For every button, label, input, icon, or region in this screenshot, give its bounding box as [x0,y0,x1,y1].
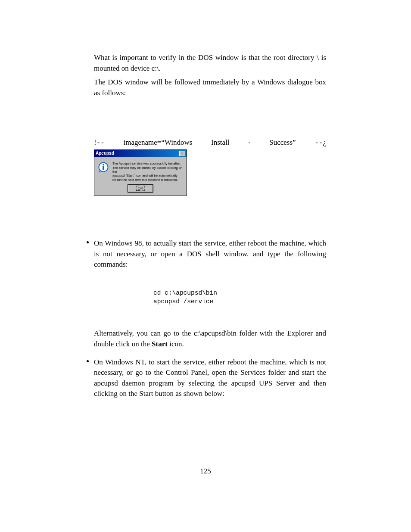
comment-success: Success” [269,137,296,148]
code-block: cd c:\apcupsd\bin apcupsd /service [153,289,326,306]
intro-paragraph-1-text: What is important to verify in the DOS w… [94,53,326,72]
comment-open: !-- [94,137,105,148]
dialog-body: The Apcupsd service was successfully ins… [94,157,187,184]
intro-paragraph-2: The DOS window will be followed immediat… [94,77,326,98]
ok-button[interactable]: OK [128,185,153,192]
info-icon [98,162,109,173]
bullet-1-text: On Windows 98, to actually start the ser… [94,239,326,268]
comment-dash: - [248,137,251,148]
list-item: On Windows 98, to actually start the ser… [78,238,326,349]
comment-install: Install [211,137,230,148]
start-bold: Start [152,340,168,348]
intro-paragraph-2-text: The DOS window will be followed immediat… [94,78,326,97]
svg-rect-2 [103,166,104,170]
bullet-icon [87,360,89,362]
close-icon[interactable]: × [179,151,185,156]
bullet-1-followup: Alternatively, you can go to the c:\apcu… [94,328,326,349]
image-name-comment: !-- imagename=“Windows Install - Success… [94,137,326,148]
bullet-2-text: On Windows NT, to start the service, eit… [94,358,326,398]
windows-dialog: Apcupsd × The Apcupsd service was succes… [94,149,187,196]
svg-point-1 [103,164,104,166]
page-body: What is important to verify in the DOS w… [78,53,326,404]
comment-imagename: imagename=“Windows [123,137,192,148]
dialog-titlebar: Apcupsd × [94,150,187,158]
bullet-icon [87,241,89,243]
dialog-message: The Apcupsd service was successfully ins… [112,162,183,182]
dialog-title: Apcupsd [96,150,114,157]
bullet-list: On Windows 98, to actually start the ser… [78,238,326,399]
intro-paragraph-1: What is important to verify in the DOS w… [94,53,326,74]
comment-close: --¿ [314,137,326,148]
page-number: 125 [0,466,411,477]
list-item: On Windows NT, to start the service, eit… [78,357,326,400]
dialog-button-row: OK [94,184,187,196]
